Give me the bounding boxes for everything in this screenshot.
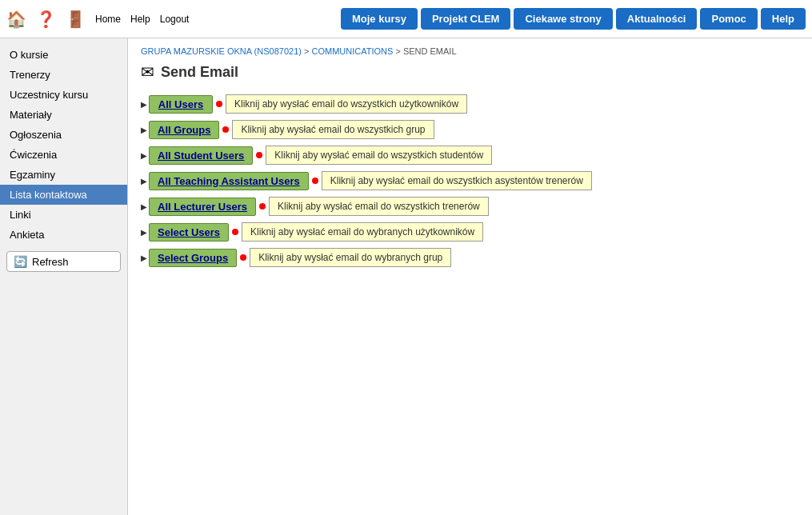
page-title-area: ✉ Send Email — [141, 62, 799, 82]
content-area: GRUPA MAZURSKIE OKNA (NS087021) > COMMUN… — [128, 38, 812, 515]
tooltip-all-users: Kliknij aby wysłać email do wszystkich u… — [226, 94, 467, 114]
all-groups-button[interactable]: All Groups — [149, 121, 219, 139]
select-groups-row: ▶ Select Groups Kliknij aby wysłać email… — [141, 248, 781, 267]
select-users-btn-wrap: ▶ Select Users — [141, 223, 229, 242]
sidebar-item-uczestnicy[interactable]: Uczestnicy kursu — [0, 85, 127, 105]
breadcrumb-sep2: > — [395, 46, 402, 56]
refresh-button[interactable]: 🔄 Refresh — [6, 251, 121, 272]
all-groups-btn-wrap: ▶ All Groups — [141, 121, 219, 139]
email-icon: ✉ — [141, 62, 154, 82]
logout-icon: 🚪 — [66, 10, 86, 29]
top-nav-right: Moje kursy Projekt CLEM Ciekawe strony A… — [341, 8, 806, 30]
all-student-btn-wrap: ▶ All Student Users — [141, 146, 253, 165]
all-groups-arrow: ▶ — [141, 126, 147, 134]
sidebar: O kursie Trenerzy Uczestnicy kursu Mater… — [0, 38, 128, 515]
all-users-arrow: ▶ — [141, 100, 147, 109]
connector-dot-3 — [256, 152, 262, 158]
nav-aktualnosci[interactable]: Aktualności — [616, 8, 698, 30]
tooltip-all-groups: Kliknij aby wysłać email do wszystkich g… — [232, 120, 434, 139]
tooltip-select-users: Kliknij aby wysłać email do wybranych uż… — [242, 222, 483, 242]
refresh-icon: 🔄 — [14, 255, 27, 268]
all-lecturer-btn-wrap: ▶ All Lecturer Users — [141, 198, 256, 216]
select-groups-button[interactable]: Select Groups — [149, 249, 237, 267]
top-bar: 🏠 ❓ 🚪 Home Help Logout Moje kursy Projek… — [0, 0, 812, 38]
sidebar-item-lista-kontaktowa[interactable]: Lista kontaktowa — [0, 185, 127, 205]
all-users-btn-wrap: ▶ All Users — [141, 95, 213, 114]
all-users-row: ▶ All Users Kliknij aby wysłać email do … — [141, 94, 781, 114]
top-bar-links: Home Help Logout — [95, 14, 189, 25]
sidebar-item-materialy[interactable]: Materiały — [0, 105, 127, 125]
select-users-row: ▶ Select Users Kliknij aby wysłać email … — [141, 222, 781, 242]
connector-dot-2 — [222, 126, 229, 133]
nav-pomoc[interactable]: Pomoc — [700, 8, 757, 30]
breadcrumb-part1[interactable]: GRUPA MAZURSKIE OKNA (NS087021) — [141, 46, 302, 56]
main-layout: O kursie Trenerzy Uczestnicy kursu Mater… — [0, 38, 812, 515]
all-ta-arrow: ▶ — [141, 177, 147, 186]
breadcrumb-part3: SEND EMAIL — [403, 46, 457, 56]
connector-dot-6 — [232, 229, 238, 235]
tooltip-all-ta: Kliknij aby wysłać email do wszystkich a… — [322, 171, 592, 190]
all-student-users-button[interactable]: All Student Users — [149, 146, 253, 165]
connector-dot-7 — [240, 254, 246, 261]
all-groups-row: ▶ All Groups Kliknij aby wysłać email do… — [141, 120, 781, 139]
all-ta-btn-wrap: ▶ All Teaching Assistant Users — [141, 172, 309, 190]
select-users-arrow: ▶ — [141, 228, 147, 237]
sidebar-item-o-kursie[interactable]: O kursie — [0, 45, 127, 65]
connector-dot-1 — [216, 101, 222, 107]
select-groups-arrow: ▶ — [141, 254, 147, 262]
tooltip-all-lecturer: Kliknij aby wysłać email do wszystkich t… — [269, 197, 489, 216]
sidebar-item-linki[interactable]: Linki — [0, 205, 127, 225]
all-ta-users-button[interactable]: All Teaching Assistant Users — [149, 172, 309, 190]
all-student-row: ▶ All Student Users Kliknij aby wysłać e… — [141, 146, 781, 165]
sidebar-item-ogloszenia[interactable]: Ogłoszenia — [0, 125, 127, 145]
breadcrumb: GRUPA MAZURSKIE OKNA (NS087021) > COMMUN… — [141, 46, 799, 56]
help-icon: ❓ — [36, 10, 56, 29]
all-lecturer-row: ▶ All Lecturer Users Kliknij aby wysłać … — [141, 197, 781, 216]
all-student-arrow: ▶ — [141, 151, 147, 160]
select-groups-btn-wrap: ▶ Select Groups — [141, 249, 237, 267]
tooltip-select-groups: Kliknij aby wysłać email do wybranych gr… — [250, 248, 451, 267]
connector-dot-5 — [259, 203, 266, 210]
connector-dot-4 — [312, 178, 318, 184]
sidebar-item-cwiczenia[interactable]: Ćwiczenia — [0, 145, 127, 165]
help-link[interactable]: Help — [130, 14, 150, 25]
all-lecturer-arrow: ▶ — [141, 202, 147, 211]
all-users-button[interactable]: All Users — [149, 95, 213, 114]
sidebar-item-egzaminy[interactable]: Egzaminy — [0, 165, 127, 185]
home-icon: 🏠 — [6, 10, 26, 29]
nav-projekt-clem[interactable]: Projekt CLEM — [421, 8, 511, 30]
select-users-button[interactable]: Select Users — [149, 223, 229, 242]
tooltip-all-student: Kliknij aby wysłać email do wszystkich s… — [266, 146, 492, 165]
all-lecturer-users-button[interactable]: All Lecturer Users — [149, 198, 256, 216]
all-ta-row: ▶ All Teaching Assistant Users Kliknij a… — [141, 171, 781, 190]
nav-ciekawe-strony[interactable]: Ciekawe strony — [514, 8, 612, 30]
nav-help[interactable]: Help — [761, 8, 806, 30]
buttons-area: ▶ All Users Kliknij aby wysłać email do … — [141, 94, 781, 267]
sidebar-item-trenerzy[interactable]: Trenerzy — [0, 65, 127, 85]
breadcrumb-part2[interactable]: COMMUNICATIONS — [311, 46, 393, 56]
page-title: Send Email — [161, 64, 238, 81]
sidebar-item-ankieta[interactable]: Ankieta — [0, 225, 127, 245]
home-link[interactable]: Home — [95, 14, 121, 25]
refresh-label: Refresh — [32, 256, 69, 268]
nav-moje-kursy[interactable]: Moje kursy — [341, 8, 418, 30]
top-bar-left: 🏠 ❓ 🚪 Home Help Logout — [6, 10, 189, 29]
logout-link[interactable]: Logout — [160, 14, 190, 25]
